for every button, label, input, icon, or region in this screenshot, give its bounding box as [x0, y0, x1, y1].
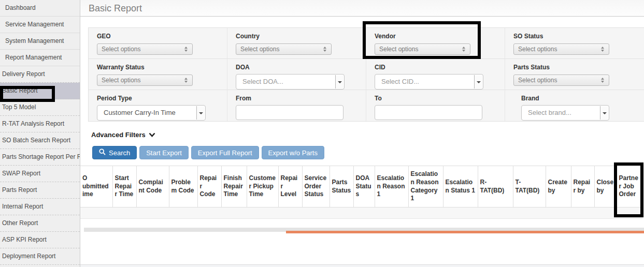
export-full-report-button[interactable]: Export Full Report — [191, 146, 259, 159]
updown-caret-icon — [462, 46, 466, 52]
doa-select[interactable]: Select DOA... — [236, 74, 345, 90]
column-header-problem-code: Problem Code — [169, 166, 197, 207]
vendor-label: Vendor — [375, 33, 505, 40]
search-button-label: Search — [109, 149, 130, 157]
column-header-partner-job-order: Partner Job Order — [617, 166, 642, 207]
country-multiselect[interactable]: Select options — [236, 43, 332, 55]
table-empty-row — [80, 207, 642, 219]
sidebar-item-deployment-report[interactable]: Deployment Report — [0, 248, 80, 265]
column-header-service-order-status: Service Order Status — [302, 166, 330, 207]
so-status-multiselect[interactable]: Select options — [513, 43, 609, 55]
filter-cell-parts-status: Parts Status Select options — [505, 59, 644, 90]
period-type-select[interactable]: Customer Carry-In Time — [97, 105, 206, 121]
column-header-escalation-reason-category-1: Escalation Reason Category 1 — [408, 166, 443, 207]
from-date-input[interactable] — [236, 105, 344, 120]
updown-caret-icon — [184, 46, 188, 52]
sidebar-item-internal-report[interactable]: Internal Report — [0, 199, 80, 215]
geo-multiselect[interactable]: Select options — [97, 43, 193, 55]
filter-panel: GEO Select options Country Select option… — [88, 27, 644, 122]
column-header-create-by: Create by — [546, 166, 571, 207]
footer-strip — [80, 264, 644, 267]
geo-label: GEO — [97, 33, 227, 40]
dropdown-arrow-icon — [196, 106, 205, 120]
column-header-close-by: Close by — [594, 166, 617, 207]
table-header-row: O ubmitted ime Start Repair Time Complai… — [80, 166, 642, 207]
sidebar: Dashboard Service Management System Mana… — [0, 0, 80, 267]
parts-status-multiselect[interactable]: Select options — [513, 75, 609, 86]
sidebar-item-rtat-analysis-report[interactable]: R-TAT Analysis Report — [0, 116, 80, 132]
sidebar-item-top-5-model[interactable]: Top 5 Model — [0, 99, 80, 116]
vendor-multiselect-value: Select options — [379, 44, 418, 54]
sidebar-item-asp-kpi-report[interactable]: ASP KPI Report — [0, 232, 80, 248]
brand-label: Brand — [521, 95, 644, 102]
start-export-button[interactable]: Start Export — [139, 146, 189, 159]
updown-caret-icon — [601, 77, 605, 83]
updown-caret-icon — [184, 77, 188, 83]
from-label: From — [236, 95, 366, 102]
export-wo-parts-button[interactable]: Export w/o Parts — [262, 146, 324, 159]
dropdown-arrow-icon — [600, 106, 608, 120]
empty-striped-row — [80, 207, 642, 219]
column-header-repair-code: Repair Code — [197, 166, 221, 207]
report-table: O ubmitted ime Start Repair Time Complai… — [80, 166, 643, 219]
filter-cell-country: Country Select options — [227, 28, 366, 59]
sidebar-item-parts-shortage-report[interactable]: Parts Shortage Report Per Repa — [0, 149, 80, 166]
parts-status-multiselect-value: Select options — [518, 75, 557, 85]
sidebar-item-report-management[interactable]: Report Management — [0, 50, 80, 66]
country-label: Country — [236, 33, 366, 40]
advanced-filters-toggle[interactable]: Advanced Filters — [91, 131, 155, 139]
cid-select-value: Select CID... — [381, 78, 419, 85]
cid-select[interactable]: Select CID... — [375, 74, 483, 90]
vendor-multiselect[interactable]: Select options — [375, 43, 470, 55]
column-header-repair-by: Repair by — [571, 166, 594, 207]
column-header-complaint-code: Complaint Code — [136, 166, 169, 207]
sidebar-item-so-batch-search-report[interactable]: SO Batch Search Report — [0, 132, 80, 149]
warranty-status-multiselect-value: Select options — [102, 75, 140, 85]
doa-select-value: Select DOA... — [242, 78, 283, 85]
sidebar-item-swap-report[interactable]: SWAP Report — [0, 166, 80, 182]
chevron-down-icon — [149, 132, 155, 137]
geo-multiselect-value: Select options — [102, 44, 140, 54]
column-header-finish-repair-time: Finish Repair Time — [221, 166, 247, 207]
filter-cell-period-type: Period Type Customer Carry-In Time — [89, 90, 227, 121]
to-label: To — [375, 95, 505, 102]
column-header-t-tat-bd: T-TAT(BD) — [513, 166, 546, 207]
doa-label: DOA — [236, 64, 366, 71]
country-multiselect-value: Select options — [240, 44, 279, 54]
sidebar-item-delivery-report[interactable]: Delivery Report — [0, 66, 80, 83]
sidebar-item-other-report[interactable]: Other Report — [0, 215, 80, 232]
so-status-multiselect-value: Select options — [518, 44, 557, 54]
period-type-select-value: Customer Carry-In Time — [104, 109, 176, 116]
filter-cell-brand: Brand Select brand... — [505, 90, 644, 121]
warranty-status-multiselect[interactable]: Select options — [97, 75, 193, 86]
sidebar-item-system-management[interactable]: System Management — [0, 33, 80, 50]
filter-cell-so-status: SO Status Select options — [505, 28, 644, 59]
column-header-r-tat-bd: R-TAT(BD) — [478, 166, 513, 207]
to-date-input[interactable] — [375, 105, 482, 120]
column-header-parts-status: Parts Status — [330, 166, 353, 207]
sidebar-item-parts-report[interactable]: Parts Report — [0, 182, 80, 199]
period-type-label: Period Type — [97, 95, 227, 102]
brand-select-value: Select brand... — [528, 109, 571, 116]
horizontal-scrollbar — [84, 228, 644, 234]
page-title: Basic Report — [80, 0, 644, 14]
search-button[interactable]: Search — [92, 146, 137, 159]
filter-cell-vendor: Vendor Select options — [366, 28, 505, 59]
parts-status-label: Parts Status — [513, 64, 644, 71]
cid-label: CID — [375, 64, 505, 71]
filter-cell-to: To — [366, 90, 505, 121]
page-header-bar: Basic Report — [80, 0, 644, 17]
sidebar-item-dashboard[interactable]: Dashboard — [0, 0, 80, 17]
brand-select[interactable]: Select brand... — [521, 105, 609, 121]
horizontal-scrollbar-thumb[interactable] — [286, 231, 644, 233]
sidebar-item-service-management[interactable]: Service Management — [0, 17, 80, 33]
column-header-escalation-status-1: Escalation Status 1 — [443, 166, 478, 207]
column-header-escalation-reason-1: Escalation Reason 1 — [375, 166, 408, 207]
sidebar-item-basic-report[interactable]: Basic Report — [0, 83, 80, 99]
so-status-label: SO Status — [513, 33, 644, 40]
column-header-customer-pickup-time: Customer Pickup Time — [247, 166, 278, 207]
filter-cell-warranty-status: Warranty Status Select options — [89, 59, 227, 90]
filter-cell-from: From — [227, 90, 366, 121]
updown-caret-icon — [601, 46, 605, 52]
column-header-repair-level: Repair Level — [278, 166, 302, 207]
